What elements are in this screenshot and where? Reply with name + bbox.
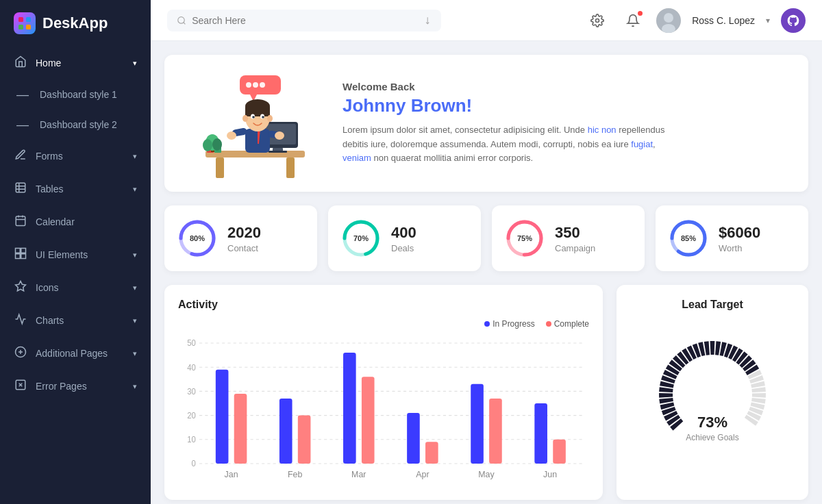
sidebar-label-tables: Tables (36, 184, 63, 194)
svg-point-28 (664, 13, 673, 23)
svg-rect-14 (16, 254, 21, 259)
stat-card-contact: 80% 2020 Contact (164, 205, 317, 271)
stat-card-deals: 70% 400 Deals (328, 205, 481, 271)
stat-label-campaign: Campaign (555, 243, 595, 253)
svg-text:Jan: Jan (225, 468, 238, 479)
svg-rect-36 (216, 158, 224, 178)
dash-icon-2: — (16, 118, 29, 131)
dash-icon-1: — (16, 88, 29, 101)
sidebar-label-icons: Icons (36, 282, 58, 293)
svg-rect-99 (553, 440, 566, 464)
sidebar-item-forms[interactable]: Forms ▾ (0, 140, 151, 173)
search-input[interactable] (192, 15, 417, 26)
stat-value-worth: $6060 (719, 224, 760, 242)
svg-text:Mar: Mar (351, 468, 366, 479)
svg-rect-12 (16, 249, 21, 253)
donut-contact: 80% (178, 219, 216, 257)
svg-rect-15 (21, 254, 26, 259)
user-chevron[interactable]: ▾ (766, 16, 770, 25)
svg-point-23 (178, 16, 184, 23)
user-name[interactable]: Ross C. Lopez (692, 15, 755, 26)
chevron-forms: ▾ (133, 152, 137, 161)
stat-info-deals: 400 Deals (391, 224, 416, 253)
svg-rect-3 (26, 25, 31, 29)
avatar[interactable] (656, 8, 681, 33)
svg-text:20: 20 (187, 411, 196, 420)
calendar-icon (14, 214, 27, 229)
donut-label-deals: 70% (353, 234, 369, 242)
welcome-link2[interactable]: fugiat (631, 139, 653, 149)
svg-point-26 (596, 18, 599, 22)
welcome-body: Lorem ipsum dolor sit amet, consectetur … (342, 123, 685, 166)
sidebar-item-tables[interactable]: Tables ▾ (0, 173, 151, 205)
svg-rect-92 (407, 413, 420, 464)
svg-marker-16 (16, 281, 26, 291)
svg-point-53 (275, 131, 284, 140)
download-icon (423, 16, 432, 25)
sidebar-item-dashboard2[interactable]: — Dashboard style 2 (0, 110, 151, 140)
svg-point-32 (246, 82, 251, 88)
sidebar-item-charts[interactable]: Charts ▾ (0, 304, 151, 337)
sidebar-label-ui: UI Elements (36, 249, 88, 260)
stat-value-campaign: 350 (555, 224, 595, 242)
svg-rect-84 (234, 394, 247, 464)
forms-icon (14, 149, 27, 164)
sidebar-item-dashboard1[interactable]: — Dashboard style 1 (0, 79, 151, 110)
svg-rect-98 (534, 403, 547, 464)
svg-rect-4 (16, 183, 25, 192)
svg-text:10: 10 (187, 435, 196, 444)
gauge-label: Achieve Goals (686, 433, 738, 442)
sidebar-item-additional[interactable]: Additional Pages ▾ (0, 337, 151, 370)
bar-chart: 01020304050JanFebMarAprMayJun (178, 336, 589, 486)
welcome-greeting: Welcome Back (342, 81, 685, 92)
stat-info-worth: $6060 Worth (719, 224, 760, 253)
svg-point-60 (262, 116, 264, 118)
bell-button[interactable] (621, 8, 645, 33)
sidebar-label-dashboard1: Dashboard style 1 (40, 89, 117, 100)
welcome-link3[interactable]: veniam (342, 153, 371, 163)
legend-complete: Complete (546, 319, 589, 329)
welcome-name: Johnny Brown! (342, 95, 685, 116)
chevron-home: ▾ (133, 59, 137, 68)
sidebar-item-error[interactable]: Error Pages ▾ (0, 370, 151, 403)
github-button[interactable] (781, 8, 806, 33)
donut-label-worth: 85% (681, 234, 696, 242)
app-name: DeskApp (42, 14, 108, 32)
chevron-additional: ▾ (133, 349, 137, 358)
sidebar-label-home: Home (36, 58, 61, 68)
svg-rect-37 (286, 158, 295, 178)
sidebar-label-calendar: Calendar (36, 216, 75, 227)
stat-value-contact: 2020 (227, 224, 261, 242)
bottom-row: Activity In Progress Complete 0102030405… (164, 285, 808, 500)
additional-icon (14, 346, 27, 361)
search-box[interactable] (167, 10, 441, 32)
app-logo[interactable]: DeskApp (0, 0, 151, 47)
settings-button[interactable] (585, 8, 610, 33)
svg-point-52 (227, 131, 236, 140)
donut-worth: 85% (669, 219, 708, 257)
lead-card: Lead Target 73% Achieve Goals (616, 285, 808, 500)
stat-label-worth: Worth (719, 243, 760, 253)
sidebar-item-home[interactable]: Home ▾ (0, 47, 151, 79)
chart-legend: In Progress Complete (178, 319, 589, 329)
sidebar-item-icons[interactable]: Icons ▾ (0, 271, 151, 304)
chevron-error: ▾ (133, 382, 137, 391)
stat-value-deals: 400 (391, 224, 416, 242)
sidebar-label-additional: Additional Pages (36, 348, 108, 359)
svg-point-62 (267, 115, 273, 122)
svg-text:Jun: Jun (543, 468, 557, 479)
svg-text:May: May (478, 468, 495, 479)
svg-rect-86 (279, 399, 292, 464)
svg-rect-13 (21, 249, 26, 253)
welcome-link1[interactable]: hic non (588, 125, 616, 135)
header-actions: Ross C. Lopez ▾ (585, 8, 806, 33)
stat-label-contact: Contact (227, 243, 261, 253)
sidebar-item-calendar[interactable]: Calendar (0, 205, 151, 238)
sidebar-label-charts: Charts (36, 315, 64, 326)
chevron-icons: ▾ (133, 284, 137, 292)
donut-label-contact: 80% (190, 234, 205, 242)
header: Ross C. Lopez ▾ (151, 0, 822, 41)
sidebar-item-ui[interactable]: UI Elements ▾ (0, 238, 151, 271)
svg-rect-96 (489, 399, 502, 464)
svg-rect-1 (26, 17, 31, 22)
